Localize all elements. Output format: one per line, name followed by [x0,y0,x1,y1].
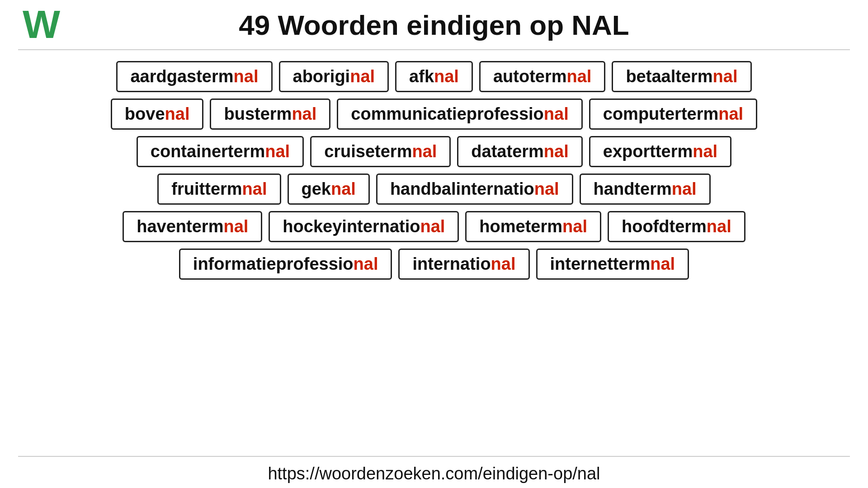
page: W 49 Woorden eindigen op NAL aardgasterm… [0,0,868,488]
word-exportterminal: exporttermnal [589,136,731,167]
page-title: 49 Woorden eindigen op NAL [18,9,850,41]
word-geknal: geknal [288,174,370,205]
word-communicatieprofessional: communicatieprofessional [337,99,582,130]
word-informatieprofessional: informatieprofessional [179,249,392,280]
words-container: aardgastermnal aboriginal afknal autoter… [18,61,850,451]
word-containerterminal: containertermnal [137,136,304,167]
word-autoterminal: autotermnal [479,61,605,92]
word-dataterminal: datatermnal [457,136,582,167]
words-row-4: haventermnal hockeyinternational hometer… [123,211,745,242]
header: W 49 Woorden eindigen op NAL [18,9,850,50]
word-hometerminal: hometermnal [465,211,601,242]
footer-url: https://woordenzoeken.com/eindigen-op/na… [268,464,600,483]
words-row-0: aardgastermnal aboriginal afknal autoter… [116,61,751,92]
word-hockeyinternational: hockeyinternational [269,211,459,242]
word-bovenal: bovenal [111,99,204,130]
word-cruiseterminal: cruisetermnal [310,136,451,167]
word-handterminal: handtermnal [580,174,711,205]
words-row-3: fruittermnal geknal handbalinternational… [157,174,710,205]
word-international: international [398,249,529,280]
word-aardgasterminal: aardgastermnal [116,61,272,92]
word-aboriginal: aboriginal [279,61,389,92]
word-internetterminal: internettermnal [536,249,689,280]
word-computerterminal: computertermnal [589,99,757,130]
word-betaalterminal: betaaltermnal [612,61,751,92]
word-fruitterminal: fruittermnal [157,174,281,205]
footer: https://woordenzoeken.com/eindigen-op/na… [18,456,850,483]
words-row-5: informatieprofessional international int… [179,249,689,280]
words-row-2: containertermnal cruisetermnal datatermn… [137,136,731,167]
word-haventerminal: haventermnal [123,211,262,242]
word-hoofdterminal: hoofdtermnal [608,211,745,242]
logo-w: W [23,5,60,44]
word-busterminal: bustermnal [210,99,330,130]
words-row-1: bovenal bustermnal communicatieprofessio… [111,99,757,130]
word-afknal: afknal [395,61,473,92]
word-handbalinternational: handbalinternational [376,174,573,205]
